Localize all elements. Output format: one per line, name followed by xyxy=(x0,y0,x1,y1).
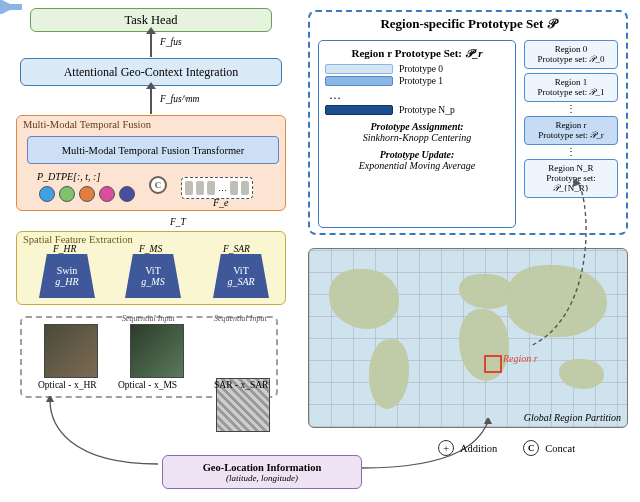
token-circle xyxy=(79,186,95,202)
sfe-title: Spatial Feature Extraction xyxy=(23,234,133,245)
prototype-label: Prototype 1 xyxy=(399,76,443,86)
flow-label-ft: F_T xyxy=(170,217,186,227)
map-caption: Global Region Partition xyxy=(524,412,621,423)
arrow-icon xyxy=(150,33,152,57)
input-thumb-hr xyxy=(44,324,98,378)
geo-context-label: Attentional Geo-Context Integration xyxy=(64,65,239,80)
landmass-icon xyxy=(369,339,409,409)
sequential-tag: Sequential Input xyxy=(214,314,267,323)
encoder-output-label: F_HR xyxy=(53,244,76,254)
legend-addition-label: Addition xyxy=(460,443,497,454)
concat-icon: C xyxy=(523,440,539,456)
token-chip xyxy=(207,181,215,195)
sequential-tag: Sequential Input xyxy=(122,314,175,323)
input-label: Optical - x_MS xyxy=(118,380,177,390)
region-r-label: Region r xyxy=(503,353,538,364)
landmass-icon xyxy=(507,265,607,337)
encoder-output-label: F_SAR xyxy=(223,244,250,254)
region-chip: Region 1 Prototype set: 𝒫_1 xyxy=(524,73,618,102)
encoder-swin: Swin g_HR xyxy=(39,254,95,298)
inputs-block: Sequential Input Sequential Input Optica… xyxy=(20,316,278,398)
token-chip xyxy=(230,181,238,195)
region-list: Region 0 Prototype set: 𝒫_0 Region 1 Pro… xyxy=(524,40,618,198)
encoder-vit-ms: ViT g_MS xyxy=(125,254,181,298)
legend-concat-label: Concat xyxy=(545,443,575,454)
prototype-label: Prototype N_p xyxy=(399,105,455,115)
input-label: Optical - x_HR xyxy=(38,380,97,390)
sfe-block: Spatial Feature Extraction F_HR Swin g_H… xyxy=(16,231,286,305)
prototype-panel: Region-specific Prototype Set 𝒫 Region r… xyxy=(308,10,628,235)
prototype-bar-icon xyxy=(325,76,393,86)
prototype-assignment: Prototype Assignment: Sinkhorn-Knopp Cen… xyxy=(325,121,509,143)
region-chip: Region 0 Prototype set: 𝒫_0 xyxy=(524,40,618,69)
input-label: SAR - x_SAR xyxy=(214,380,268,390)
prototype-bar-icon xyxy=(325,105,393,115)
landmass-icon xyxy=(459,274,514,309)
mmtf-block: Multi-Modal Temporal Fusion Multi-Modal … xyxy=(16,115,286,211)
prototype-row: Prototype 0 xyxy=(325,64,509,74)
prototype-bar-icon xyxy=(325,64,393,74)
encoder-fn: g_MS xyxy=(141,276,164,287)
prototype-update: Prototype Update: Exponential Moving Ave… xyxy=(325,149,509,171)
encoder-name: Swin xyxy=(57,265,78,276)
token-chip xyxy=(196,181,204,195)
concat-icon: C xyxy=(149,176,167,194)
region-r-marker xyxy=(484,355,502,373)
flow-label-ffusmm: F_fus^mm xyxy=(160,94,199,104)
encoder-name: ViT xyxy=(233,265,249,276)
token-circle xyxy=(119,186,135,202)
prototype-panel-title: Region-specific Prototype Set 𝒫 xyxy=(310,16,626,32)
prototype-row: Prototype N_p xyxy=(325,105,509,115)
arrow-icon xyxy=(30,396,160,468)
dtpe-tokens xyxy=(39,186,135,202)
geo-location-block: Geo-Location Information (latitude, long… xyxy=(162,455,362,489)
encoder-output-label: F_MS xyxy=(139,244,162,254)
region-chip: Region N_R Prototype set: 𝒫_{N_R} xyxy=(524,159,618,198)
arrow-icon xyxy=(0,0,20,10)
prototype-region-header: Region r Prototype Set: 𝒫_r xyxy=(325,47,509,60)
encoder-fn: g_HR xyxy=(55,276,78,287)
fe-tokens: … xyxy=(181,177,253,199)
arrow-icon xyxy=(150,88,152,114)
pdtpe-label: P_DTPE[:, t, :] xyxy=(37,171,100,182)
flow-label-ffus: F_fus xyxy=(160,37,182,47)
vdots-icon: ⋮ xyxy=(524,149,618,155)
token-chip xyxy=(241,181,249,195)
geo-loc-title: Geo-Location Information xyxy=(203,462,322,473)
prototype-region-box: Region r Prototype Set: 𝒫_r Prototype 0 … xyxy=(318,40,516,228)
encoder-name: ViT xyxy=(145,265,161,276)
region-chip-selected: Region r Prototype set: 𝒫_r xyxy=(524,116,618,145)
token-chip xyxy=(185,181,193,195)
prototype-row: Prototype 1 xyxy=(325,76,509,86)
task-head-label: Task Head xyxy=(125,13,178,28)
token-circle xyxy=(59,186,75,202)
landmass-icon xyxy=(329,269,399,329)
prototype-label: Prototype 0 xyxy=(399,64,443,74)
addition-icon: + xyxy=(438,440,454,456)
prototype-ellipsis: … xyxy=(325,88,509,103)
token-circle xyxy=(39,186,55,202)
input-thumb-ms xyxy=(130,324,184,378)
geo-loc-sub: (latitude, longitude) xyxy=(226,473,298,483)
world-map: Region r Global Region Partition xyxy=(308,248,628,428)
encoder-vit-sar: ViT g_SAR xyxy=(213,254,269,298)
mmtf-transformer: Multi-Modal Temporal Fusion Transformer xyxy=(27,136,279,164)
encoder-fn: g_SAR xyxy=(227,276,254,287)
mmtf-transformer-label: Multi-Modal Temporal Fusion Transformer xyxy=(62,145,245,156)
mmtf-title: Multi-Modal Temporal Fusion xyxy=(23,119,151,130)
token-circle xyxy=(99,186,115,202)
landmass-icon xyxy=(559,359,604,389)
fe-label: F_e xyxy=(213,197,229,208)
vdots-icon: ⋮ xyxy=(524,106,618,112)
ellipsis: … xyxy=(218,183,227,193)
legend: + Addition C Concat xyxy=(438,440,628,478)
